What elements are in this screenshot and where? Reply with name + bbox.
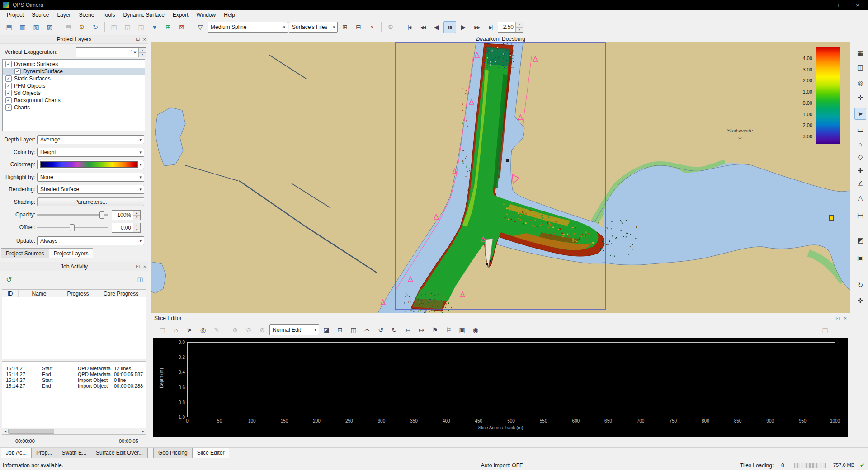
tab-job-ac[interactable]: Job Ac... [1, 448, 32, 458]
menu-dynamic-surface[interactable]: Dynamic Surface [119, 11, 168, 19]
job-list-options-icon[interactable]: ◫ [136, 275, 145, 284]
grid-plus-icon[interactable]: ⊞ [339, 21, 351, 33]
filter-spline-icon[interactable]: ▽ [194, 21, 207, 33]
checkbox[interactable]: ✓ [5, 97, 12, 103]
tab-prop[interactable]: Prop... [31, 448, 57, 458]
chart-icon[interactable]: ▤ [854, 209, 866, 221]
slice-view-icon[interactable]: ◫ [854, 61, 866, 73]
maximize-button[interactable]: □ [826, 0, 847, 10]
add-file-icon[interactable]: ▥ [16, 21, 29, 33]
checkbox[interactable]: ✓ [5, 61, 12, 67]
undo-icon[interactable]: ↺ [374, 324, 387, 336]
play-button[interactable]: ▶ [457, 21, 470, 33]
job-log-box[interactable]: 15:14:21StartQPD Metadata12 lines15:14:2… [2, 361, 146, 435]
opacity-slider[interactable] [37, 210, 108, 219]
menu-project[interactable]: Project [3, 11, 28, 19]
plot-options-icon[interactable]: ≡ [832, 324, 845, 336]
opacity-spinbox[interactable]: 100% ▲▼ [112, 210, 141, 220]
tab-swath-e[interactable]: Swath E... [57, 448, 91, 458]
float-panel-icon[interactable]: ⊡ [136, 263, 140, 269]
tab-surface-edit-over[interactable]: Surface Edit Over... [91, 448, 148, 458]
checkbox[interactable]: ✓ [5, 83, 12, 89]
cursor-icon[interactable]: ➤ [183, 324, 196, 336]
column-name[interactable]: Name [19, 290, 60, 297]
orbit-icon[interactable]: ✜ [854, 295, 866, 307]
eraser-icon[interactable]: ◪ [320, 324, 333, 336]
zoom-window-icon[interactable]: ◎ [854, 77, 866, 89]
shading-parameters-button[interactable]: Parameters... [37, 197, 144, 206]
3d-view-icon[interactable]: ▣ [854, 252, 866, 264]
tab-slice-editor[interactable]: Slice Editor [192, 448, 230, 458]
layer-item-background-charts[interactable]: ✓Background Charts [3, 97, 145, 104]
column-progress[interactable]: Progress [60, 290, 96, 297]
rendering-select[interactable]: Shaded Surface ▾ [37, 185, 144, 194]
scroll-left-icon[interactable]: ◀ [2, 428, 8, 434]
flag-reject-icon[interactable]: ⚐ [442, 324, 455, 336]
slider-handle[interactable] [99, 212, 104, 219]
import-source-icon[interactable]: ▤ [3, 21, 15, 33]
close-button[interactable]: × [847, 0, 868, 10]
scan-file-icon[interactable]: ▧ [30, 21, 42, 33]
layer-item-static-surfaces[interactable]: ✓Static Surfaces [3, 75, 145, 82]
spinner-buttons[interactable]: ▲▼ [133, 211, 140, 220]
column-id[interactable]: ID [2, 290, 19, 297]
checkbox[interactable]: ✓ [5, 75, 12, 82]
remove-grid-icon[interactable]: ⊠ [175, 21, 188, 33]
pan-icon[interactable]: ✚ [854, 165, 866, 177]
menu-scene[interactable]: Scene [75, 11, 98, 19]
tab-project-sources[interactable]: Project Sources [1, 248, 49, 258]
cut-icon[interactable]: ✂ [361, 324, 373, 336]
add-grid-icon[interactable]: ⊞ [162, 21, 175, 33]
polygon-select-icon[interactable]: ◇ [854, 151, 866, 163]
profile-icon[interactable]: △ [854, 192, 866, 204]
checkbox[interactable]: ✓ [14, 68, 21, 75]
menu-window[interactable]: Window [193, 11, 220, 19]
crosshair-icon[interactable]: ✛ [854, 92, 866, 103]
vertical-exaggeration-input[interactable]: 1× ▲▼ [76, 47, 146, 57]
layer-item-dynamicsurface[interactable]: ✓DynamicSurface [3, 68, 145, 75]
checkbox[interactable]: ✓ [5, 104, 12, 111]
close-panel-icon[interactable]: × [844, 315, 847, 321]
layer-item-pfm-objects[interactable]: ✓PFM Objects [3, 82, 145, 89]
color-by-select[interactable]: Height ▾ [37, 148, 144, 157]
rotate-icon[interactable]: ↻ [854, 279, 866, 291]
spinner-buttons[interactable]: ▲▼ [133, 223, 140, 232]
layer-item-dynamic-surfaces[interactable]: ✓Dynamic Surfaces [3, 61, 145, 68]
minimize-button[interactable]: − [806, 0, 826, 10]
rect-select-icon[interactable]: ▭ [854, 124, 866, 136]
refresh-jobs-icon[interactable]: ↺ [4, 274, 14, 285]
interpolation-select[interactable]: Medium Spline▾ [208, 22, 288, 33]
grid-view-icon[interactable]: ▦ [854, 47, 866, 59]
menu-layer[interactable]: Layer [53, 11, 75, 19]
column-core-progress[interactable]: Core Progress [96, 290, 146, 297]
scene-view[interactable]: Stadsweide 4.003.002.001.000.00-1.00-2.0… [151, 42, 850, 313]
export-file-icon[interactable]: ▨ [43, 21, 56, 33]
flag-accept-icon[interactable]: ⚑ [429, 324, 441, 336]
camera-icon[interactable]: ◉ [469, 324, 482, 336]
export-surface-icon[interactable]: ▼ [148, 21, 161, 33]
horizontal-scrollbar[interactable]: ◀ ▶ [2, 428, 146, 434]
step-back-button[interactable]: ◀ [430, 21, 443, 33]
scroll-right-icon[interactable]: ▶ [140, 428, 146, 434]
offset-slider[interactable] [37, 223, 108, 232]
menu-source[interactable]: Source [28, 11, 53, 19]
layer-item-charts[interactable]: ✓Charts [3, 104, 145, 111]
float-panel-icon[interactable]: ⊡ [136, 36, 140, 42]
job-table[interactable] [2, 297, 146, 359]
home-view-icon[interactable]: ⌂ [170, 324, 182, 336]
colormap-select[interactable]: ▾ [37, 160, 144, 169]
palette-icon[interactable]: ◩ [854, 235, 866, 246]
slice-back-icon[interactable]: ↤ [401, 324, 414, 336]
tab-geo-picking[interactable]: Geo Picking [153, 448, 193, 458]
update-select[interactable]: Always ▾ [37, 236, 144, 245]
reprocess-icon[interactable]: ↻ [89, 21, 102, 33]
slider-handle[interactable] [70, 224, 75, 231]
surface-files-select[interactable]: Surface's Files▾ [289, 22, 338, 33]
scrollbar-thumb[interactable] [8, 429, 54, 434]
edit-mode-select[interactable]: Normal Edit▾ [269, 324, 319, 335]
offset-spinbox[interactable]: 0.00 ▲▼ [112, 223, 141, 233]
highlight-by-select[interactable]: None ▾ [37, 173, 144, 182]
menu-export[interactable]: Export [169, 11, 193, 19]
pause-button[interactable]: ▮▮ [443, 21, 456, 33]
select-cursor-icon[interactable]: ➤ [854, 108, 866, 120]
